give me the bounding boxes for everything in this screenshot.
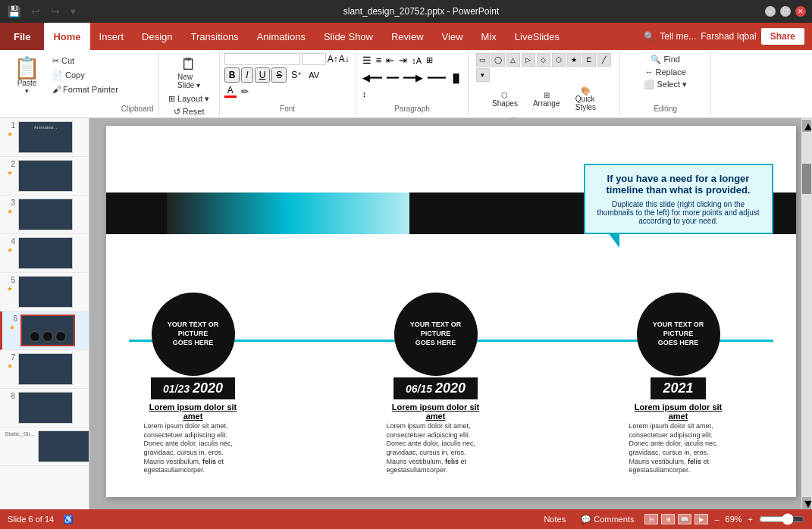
shapes-more[interactable]: ▾ — [476, 68, 490, 82]
align-center-button[interactable]: ━━ — [385, 70, 400, 85]
slide-thumb-static[interactable]: Static_Sli... — [0, 427, 89, 466]
font-size-input[interactable] — [302, 53, 326, 65]
shape-tool-6[interactable]: ⬡ — [552, 53, 566, 67]
shape-tool-4[interactable]: ▷ — [522, 53, 535, 67]
paste-area: 📋 Paste ▾ — [8, 55, 46, 98]
slide-thumb-8[interactable]: 8 — [0, 389, 89, 427]
convert-smartart-button[interactable]: ⊞ — [425, 54, 434, 67]
slide-thumb-3[interactable]: 3 ★ — [0, 196, 89, 234]
zoom-slider[interactable] — [759, 513, 804, 525]
minimize-button[interactable]: – — [765, 6, 776, 17]
menu-transitions[interactable]: Transitions — [182, 23, 248, 50]
redo-icon[interactable]: ↪ — [49, 4, 61, 19]
slide-thumb-1[interactable]: 1 ★ Animated... — [0, 118, 89, 157]
normal-view-button[interactable]: ⊟ — [644, 514, 658, 524]
character-spacing-button[interactable]: AV — [306, 70, 321, 80]
menu-view[interactable]: View — [433, 23, 472, 50]
line-spacing-button[interactable]: ↕ — [361, 88, 368, 100]
close-button[interactable]: ✕ — [795, 6, 806, 17]
shape-tool-2[interactable]: ◯ — [491, 53, 505, 67]
copy-button[interactable]: 📄 Copy — [49, 69, 121, 82]
align-right-button[interactable]: ━━▶ — [402, 70, 425, 85]
shapes-button[interactable]: ⬡ Shapes — [486, 83, 524, 114]
app-body: 1 ★ Animated... 2 ★ 3 ★ 4 — [0, 118, 812, 509]
decrease-font-button[interactable]: A↓ — [339, 54, 350, 64]
numbering-button[interactable]: ≡ — [375, 53, 384, 67]
reading-view-button[interactable]: 📖 — [678, 514, 691, 524]
shape-tool-8[interactable]: ⊏ — [582, 53, 596, 67]
file-menu[interactable]: File — [0, 23, 44, 50]
menu-liveslides[interactable]: LiveSlides — [506, 23, 569, 50]
quick-styles-button[interactable]: 🎨 QuickStyles — [569, 83, 602, 114]
menu-design[interactable]: Design — [133, 23, 181, 50]
slide-thumb-5[interactable]: 5 ★ — [0, 273, 89, 311]
customize-icon[interactable]: ▾ — [69, 4, 77, 19]
scroll-up[interactable]: ▲ — [802, 120, 811, 132]
scroll-bar[interactable]: ▲ ▼ — [801, 118, 812, 509]
align-left-button[interactable]: ◀━━ — [361, 70, 384, 85]
notes-button[interactable]: Notes — [539, 513, 570, 525]
underline-button[interactable]: U — [255, 67, 271, 83]
slide-thumb-6[interactable]: 6 ★ — [0, 311, 89, 350]
menu-animations[interactable]: Animations — [248, 23, 315, 50]
scroll-down[interactable]: ▼ — [802, 497, 811, 509]
cut-button[interactable]: ✂ Cut — [49, 55, 121, 67]
scroll-thumb[interactable] — [802, 164, 811, 194]
timeline-heading-3: Lorem ipsum dolor sit amet — [629, 402, 728, 421]
shape-tool-5[interactable]: ◇ — [537, 53, 550, 67]
bullets-button[interactable]: ☰ — [361, 53, 373, 67]
increase-font-button[interactable]: A↑ — [328, 54, 338, 64]
slide-thumb-4[interactable]: 4 ★ — [0, 234, 89, 273]
layout-button[interactable]: ⊞ Layout ▾ — [165, 92, 212, 105]
paste-button[interactable]: 📋 Paste ▾ — [8, 55, 46, 98]
columns-button[interactable]: ▐▌ — [449, 72, 464, 84]
menu-insert[interactable]: Insert — [90, 23, 133, 50]
undo-icon[interactable]: ↩ — [30, 4, 42, 19]
menu-mix[interactable]: Mix — [472, 23, 506, 50]
menu-review[interactable]: Review — [382, 23, 433, 50]
zoom-out-button[interactable]: – — [714, 515, 719, 524]
menu-slideshow[interactable]: Slide Show — [315, 23, 382, 50]
maximize-button[interactable]: □ — [780, 6, 791, 17]
format-painter-button[interactable]: 🖌 Format Painter — [49, 83, 121, 95]
increase-indent-button[interactable]: ⇥ — [397, 53, 409, 67]
slide-thumb-7[interactable]: 7 ★ — [0, 350, 89, 389]
font-color-button[interactable]: A — [224, 85, 237, 98]
accessibility-icon[interactable]: ♿ — [63, 515, 74, 524]
text-shadow-button[interactable]: S⁺ — [288, 69, 305, 81]
slide-preview-6 — [20, 315, 75, 346]
timeline-item-1[interactable]: YOUR TEXT ORPICTUREGOES HERE 01/23 2020 … — [144, 293, 243, 475]
comments-button[interactable]: 💬 Comments — [576, 513, 638, 526]
zoom-in-button[interactable]: + — [748, 515, 753, 524]
select-button[interactable]: ⬜ Select ▾ — [641, 78, 690, 91]
star-3: ★ — [7, 208, 13, 215]
justify-button[interactable]: ━━━ — [426, 70, 447, 85]
slide-thumb-2[interactable]: 2 ★ — [0, 157, 89, 196]
save-icon[interactable]: 💾 — [6, 4, 22, 19]
text-direction-button[interactable]: ↕A — [410, 55, 423, 67]
menu-home[interactable]: Home — [44, 23, 89, 50]
slide-canvas[interactable]: If you have a need for a longer timeline… — [106, 126, 796, 497]
timeline-item-2[interactable]: YOUR TEXT ORPICTUREGOES HERE 06/15 2020 … — [387, 293, 485, 475]
shape-tool-9[interactable]: ╱ — [597, 53, 611, 67]
bold-button[interactable]: B — [224, 67, 240, 83]
slideshow-button[interactable]: ▶ — [694, 514, 708, 524]
find-button[interactable]: 🔍 Find — [647, 53, 682, 66]
new-slide-button[interactable]: 🗒 NewSlide ▾ — [171, 53, 206, 92]
replace-button[interactable]: ↔ Replace — [642, 66, 689, 78]
reset-button[interactable]: ↺ Reset — [171, 105, 208, 118]
highlight-color-button[interactable]: ✏ — [238, 86, 252, 97]
paste-dropdown[interactable]: ▾ — [25, 87, 29, 95]
tell-me[interactable]: Tell me... — [660, 31, 696, 42]
strikethrough-button[interactable]: S — [271, 67, 287, 83]
share-button[interactable]: Share — [761, 28, 804, 45]
timeline-item-3[interactable]: YOUR TEXT ORPICTUREGOES HERE 2021 Lorem … — [629, 293, 728, 475]
slide-sorter-button[interactable]: ⊞ — [661, 514, 675, 524]
font-name-input[interactable] — [224, 53, 300, 65]
decrease-indent-button[interactable]: ⇤ — [384, 53, 396, 67]
italic-button[interactable]: I — [241, 67, 252, 83]
shape-tool-3[interactable]: △ — [506, 53, 520, 67]
shape-tool-1[interactable]: ▭ — [476, 53, 490, 67]
shape-tool-7[interactable]: ★ — [567, 53, 581, 67]
arrange-button[interactable]: ⊞ Arrange — [527, 83, 566, 114]
